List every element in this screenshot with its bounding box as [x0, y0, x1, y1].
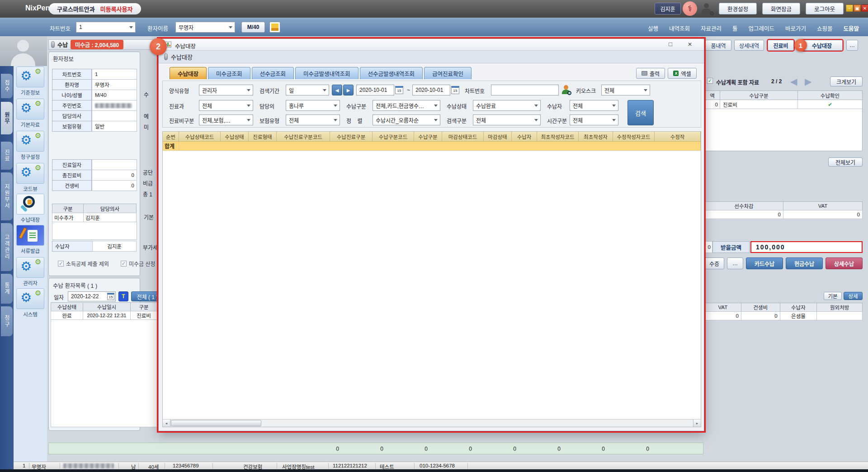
patient-name-combo[interactable]: 무명자	[175, 22, 235, 33]
item-detail-cut-button[interactable]: 품내역	[705, 40, 731, 51]
menu-shop[interactable]: 쇼핑몰	[817, 24, 833, 33]
table-row[interactable]: 0 0 은샘물	[704, 311, 863, 320]
calendar-icon[interactable]: 15	[107, 293, 114, 300]
period-combo[interactable]: 일	[286, 85, 329, 95]
pay-type-combo[interactable]: 전체,카드,현금영수…	[373, 100, 440, 111]
cashier-combo[interactable]: 전체	[570, 100, 618, 111]
tab-benefit-confirm[interactable]: 급여진료확인	[424, 67, 472, 79]
grid-col[interactable]: 마감상태	[484, 132, 512, 142]
sidebar-tab-crm[interactable]: 고객관리	[1, 223, 13, 271]
settings-button[interactable]: 환경설정	[719, 3, 757, 14]
sidebar-tab-claim[interactable]: 청구	[1, 306, 13, 336]
kiosk-combo[interactable]: 전체	[601, 85, 650, 95]
lock-screen-button[interactable]: 화면잠금	[762, 3, 800, 14]
form-type-combo[interactable]: 관리자	[199, 85, 253, 95]
close-icon[interactable]: ✕	[688, 41, 692, 48]
next-date-button[interactable]: ▶	[343, 85, 354, 95]
tab-misu-history[interactable]: 미수금발생내역조회	[295, 67, 359, 79]
module-claim-settings[interactable]: ⚙⚙	[16, 131, 44, 152]
detail-pay-button[interactable]: 상세수납	[826, 257, 863, 269]
age-sex-button[interactable]: M/40	[241, 22, 265, 33]
time-type-combo[interactable]: 전체	[570, 114, 618, 125]
detail-history-button[interactable]: 상세내역	[734, 40, 764, 51]
menu-upgrade[interactable]: 업그레이드	[748, 24, 774, 33]
grid-col[interactable]: 순번	[163, 132, 179, 142]
grid-col[interactable]: 수납자	[512, 132, 537, 142]
tab-misu-inquiry[interactable]: 미수금조회	[208, 67, 250, 79]
stethoscope-icon[interactable]: ⚕	[683, 1, 697, 16]
restore-icon[interactable]: ▣	[854, 5, 861, 12]
today-button[interactable]: T	[118, 291, 128, 301]
pay-state-combo[interactable]: 수납완료	[473, 100, 541, 111]
menu-run[interactable]: 실행	[648, 24, 658, 33]
calendar-icon[interactable]: 15	[451, 86, 459, 94]
card-pay-button[interactable]: 카드수납	[746, 257, 783, 269]
fee-type-combo[interactable]: 전체,보험,…	[199, 114, 253, 125]
table-row[interactable]: 0 진료비 ✔	[705, 100, 862, 109]
scroll-right-icon[interactable]: ▸	[693, 420, 701, 427]
scroll-thumb[interactable]	[171, 420, 261, 426]
menu-shortcut[interactable]: 바로가기	[785, 24, 806, 33]
logout-button[interactable]: 로그아웃	[806, 3, 844, 14]
grid-col[interactable]: 진료형태	[249, 132, 277, 142]
grid-col[interactable]: 마감상태코드	[442, 132, 484, 142]
module-basic-data[interactable]: ⚙⚙	[16, 99, 44, 119]
date-field[interactable]: 2020-12-22 15	[68, 291, 116, 301]
tab-prepaid-inquiry[interactable]: 선수금조회	[252, 67, 294, 79]
grid-col[interactable]: 최초작성자	[579, 132, 613, 142]
grid-col[interactable]: 수납상태코드	[179, 132, 221, 142]
prev-date-button[interactable]: ◀	[332, 85, 342, 95]
treatment-fee-button[interactable]: 진료비	[768, 40, 794, 51]
detail-mode-button[interactable]: 상세	[844, 292, 863, 300]
cash-pay-button[interactable]: 현금수납	[786, 257, 823, 269]
user-settings-icon[interactable]: ⚙	[700, 3, 713, 15]
chart-no-combo[interactable]: 1	[76, 22, 136, 33]
tax-exempt-checkbox[interactable]: ✓ 소득공제 제출 제외	[58, 260, 109, 267]
menu-tools[interactable]: 툴	[732, 24, 738, 33]
enlarge-button[interactable]: 크게보기	[830, 76, 863, 86]
grid-col[interactable]: 최초작성자코드	[537, 132, 579, 142]
pay-more-button[interactable]: …	[727, 257, 743, 269]
doctor-combo[interactable]: 홍나루	[286, 100, 340, 111]
menu-data[interactable]: 자료관리	[701, 24, 722, 33]
grid-col[interactable]: 수납구분	[414, 132, 442, 142]
menu-history[interactable]: 내역조회	[669, 24, 690, 33]
more-button[interactable]: …	[846, 40, 858, 51]
next-arrow-icon[interactable]: ▶	[805, 76, 811, 87]
grid-col[interactable]: 수납진료구분코드	[277, 132, 330, 142]
date-to-field[interactable]: 2020-10-01	[412, 85, 450, 95]
search-type-combo[interactable]: 전체	[473, 114, 541, 125]
sort-combo[interactable]: 수납시간_오름차순	[373, 114, 440, 125]
minimize-icon[interactable]: −	[846, 5, 853, 12]
grid-col[interactable]: 수납진료구분	[330, 132, 373, 142]
dept-combo[interactable]: 전체	[199, 100, 253, 111]
basic-mode-button[interactable]: 기본	[824, 292, 842, 300]
module-admin[interactable]: ⚙⚙	[16, 257, 44, 278]
search-button[interactable]: 검색	[627, 100, 654, 125]
view-all-button[interactable]: 전체보기	[828, 157, 863, 167]
module-document-issue[interactable]	[16, 225, 44, 246]
date-from-field[interactable]: 2020-10-01	[356, 85, 394, 95]
grid-col[interactable]: 수정작성자코드	[613, 132, 655, 142]
close-icon[interactable]: ✕	[861, 5, 868, 12]
sidebar-tab-reception[interactable]: 접수	[1, 74, 13, 98]
module-payment-ledger[interactable]	[16, 194, 44, 215]
ins-type-combo[interactable]: 전체	[286, 114, 340, 125]
prev-arrow-icon[interactable]: ◀	[790, 76, 797, 87]
sidebar-tab-wonmu[interactable]: 원무	[1, 102, 13, 134]
payment-ledger-button[interactable]: 수납대장	[801, 40, 843, 51]
grid-col[interactable]: 수납상태	[221, 132, 249, 142]
receive-amount-field[interactable]: 100,000	[750, 241, 863, 253]
print-button[interactable]: 출력	[636, 68, 665, 79]
grid-col[interactable]: 수납구분코드	[373, 132, 414, 142]
calendar-icon[interactable]: 15	[395, 86, 403, 94]
module-base-info[interactable]: ⚙⚙	[16, 67, 44, 87]
checkbox-icon[interactable]: ✓	[707, 78, 713, 84]
module-system[interactable]: ⚙⚙	[16, 288, 44, 309]
sidebar-tab-stats[interactable]: 통계	[1, 274, 13, 304]
photo-icon[interactable]	[269, 22, 280, 33]
maximize-icon[interactable]: □	[669, 41, 672, 48]
tab-prepaid-history[interactable]: 선수금발생내역조회	[360, 67, 423, 79]
dialog-titlebar[interactable]: 수납대장 □ ✕	[159, 39, 704, 51]
current-user-button[interactable]: 김지훈	[655, 3, 681, 14]
